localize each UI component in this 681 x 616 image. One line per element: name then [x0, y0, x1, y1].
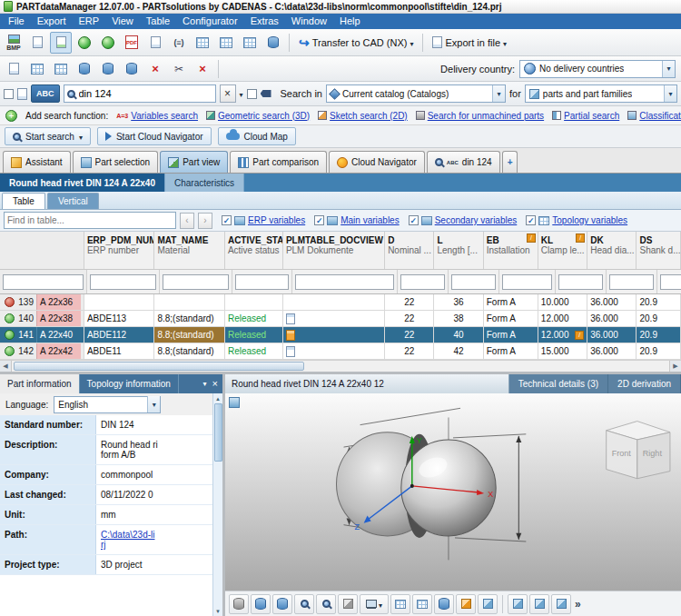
- variables-search-link[interactable]: A=3 Variables search: [116, 111, 198, 121]
- table-row-139[interactable]: 139 A 22x36 22 36 Form A 10.000 36.000 2…: [0, 294, 681, 311]
- row-name-cell[interactable]: A 22x36: [36, 294, 81, 310]
- dropdown-arrow-icon[interactable]: [492, 85, 505, 102]
- cell-ds[interactable]: 20.9: [637, 327, 681, 343]
- search-input[interactable]: [79, 88, 212, 99]
- zoom-window-button[interactable]: [316, 594, 336, 614]
- table-view-button[interactable]: [192, 32, 213, 54]
- tab-part-name[interactable]: Round head rivet DIN 124 A 22x40: [0, 174, 165, 192]
- fulltext-search-toggle-button[interactable]: ABC: [31, 84, 60, 103]
- table-link-button[interactable]: [239, 32, 261, 54]
- find-in-table-input[interactable]: [7, 215, 173, 225]
- partial-search-link[interactable]: Partial search: [552, 111, 619, 121]
- dropdown-arrow-icon[interactable]: [147, 396, 160, 412]
- batch-button[interactable]: [3, 58, 25, 80]
- tab-part-selection[interactable]: Part selection: [73, 151, 159, 173]
- export-in-file-button[interactable]: Export in file: [428, 32, 511, 54]
- cell-status[interactable]: [225, 294, 283, 310]
- column-filter-input[interactable]: [295, 274, 394, 290]
- row-name-cell[interactable]: A 22x38: [36, 311, 81, 326]
- clear-search-button[interactable]: [220, 84, 236, 103]
- viewer-title-tab[interactable]: Round head rivet DIN 124 A 22x40 12: [225, 374, 509, 393]
- erp-variables-checkbox[interactable]: ERP variables: [222, 215, 305, 225]
- cell-plm[interactable]: [283, 311, 385, 326]
- cell-eb[interactable]: Form A: [484, 311, 538, 326]
- column-header-active-state[interactable]: ACTIVE_STATEActive status: [225, 232, 283, 269]
- cell-status[interactable]: Released: [225, 327, 283, 343]
- tab-part-information[interactable]: Part information: [0, 374, 80, 393]
- scrollbar-thumb[interactable]: [14, 362, 304, 371]
- cell-status[interactable]: Released: [225, 311, 283, 326]
- cell-plm[interactable]: [283, 294, 385, 310]
- cell-l[interactable]: 36: [434, 294, 483, 310]
- cell-erp[interactable]: [84, 294, 154, 310]
- cell-kl[interactable]: 15.000: [538, 343, 587, 359]
- grid-dark-button[interactable]: [390, 594, 410, 614]
- tab-search-din124[interactable]: ABC din 124: [427, 151, 500, 173]
- cell-l[interactable]: 42: [434, 343, 483, 359]
- menu-file[interactable]: File: [2, 15, 31, 28]
- cut-button[interactable]: [168, 58, 190, 80]
- topology-variables-checkbox[interactable]: Topology variables: [526, 215, 627, 225]
- table-row-140[interactable]: 140 A 22x38 ABDE113 8.8;(standard) Relea…: [0, 311, 681, 327]
- export-bmp-button[interactable]: BMP: [3, 32, 25, 54]
- view-transparent-button[interactable]: [272, 594, 292, 614]
- grid-light-button[interactable]: [412, 594, 432, 614]
- language-select[interactable]: English: [54, 396, 161, 413]
- window-titlebar[interactable]: PARTdataManager 12.07.00 - PARTsolutions…: [0, 0, 681, 14]
- cell-plm[interactable]: [283, 343, 385, 359]
- delivery-country-select[interactable]: No delivery countries: [519, 60, 676, 78]
- menu-export[interactable]: Export: [31, 15, 73, 28]
- view-front-button[interactable]: [508, 594, 528, 614]
- toolbar-overflow-button[interactable]: »: [575, 598, 581, 611]
- panel-menu-icon[interactable]: [203, 380, 207, 388]
- classification-search-link[interactable]: Classification 2.0 sea: [627, 111, 681, 121]
- column-header-d[interactable]: DNominal ...: [385, 232, 434, 269]
- new-search-tab-button[interactable]: [502, 151, 518, 173]
- cell-d[interactable]: 22: [385, 294, 434, 310]
- cell-l[interactable]: 40: [434, 327, 483, 343]
- cell-dk[interactable]: 36.000: [587, 327, 637, 343]
- cell-dk[interactable]: 36.000: [587, 311, 637, 326]
- export-pdf-button[interactable]: PDF: [121, 32, 143, 54]
- column-filter-input[interactable]: [609, 274, 654, 290]
- table-row-141-selected[interactable]: 141 A 22x40 ABDE112 8.8;(standard) Relea…: [0, 327, 681, 343]
- find-next-button[interactable]: [198, 213, 212, 229]
- panel-close-icon[interactable]: [212, 379, 218, 389]
- cell-eb[interactable]: Form A: [484, 294, 538, 310]
- main-variables-checkbox[interactable]: Main variables: [314, 215, 399, 225]
- tab-table[interactable]: Table: [2, 193, 45, 209]
- tab-part-view[interactable]: Part view: [160, 151, 228, 173]
- tab-cloud-navigator[interactable]: Cloud Navigator: [329, 151, 425, 173]
- datasheet-button[interactable]: [144, 32, 166, 54]
- menu-erp[interactable]: ERP: [73, 15, 106, 28]
- cell-erp[interactable]: ABDE113: [84, 311, 154, 326]
- cell-material[interactable]: 8.8;(standard): [154, 311, 224, 326]
- row-header[interactable]: 142 A 22x42: [0, 343, 84, 359]
- find-previous-button[interactable]: [180, 213, 194, 229]
- view-side-button[interactable]: [529, 594, 549, 614]
- update-3d-button[interactable]: [74, 32, 95, 54]
- view-iso-button[interactable]: [551, 594, 571, 614]
- exact-search-checkbox[interactable]: [247, 89, 257, 99]
- info-panel-scrollbar[interactable]: [212, 393, 222, 616]
- menu-help[interactable]: Help: [333, 15, 367, 28]
- export-emf-button[interactable]: [26, 32, 48, 54]
- row-header[interactable]: 141 A 22x40: [0, 327, 84, 343]
- erp-db-config-button[interactable]: [121, 58, 143, 80]
- cell-eb[interactable]: Form A: [484, 343, 538, 359]
- unmachined-search-link[interactable]: Search for unmachined parts: [416, 111, 544, 121]
- cell-d[interactable]: 22: [385, 343, 434, 359]
- tab-characteristics[interactable]: Characteristics: [165, 174, 244, 192]
- update-2d-button[interactable]: [97, 32, 119, 54]
- cell-kl[interactable]: 12.000: [538, 327, 587, 343]
- cell-dk[interactable]: 36.000: [587, 343, 637, 359]
- part-orange-button[interactable]: [456, 594, 476, 614]
- cell-material[interactable]: 8.8;(standard): [154, 327, 224, 343]
- cell-kl[interactable]: 12.000: [538, 311, 587, 326]
- column-header-plm[interactable]: PLMTABLE_DOCVIEWPLM Dokumente: [283, 232, 385, 269]
- row-name-cell[interactable]: A 22x42: [36, 343, 81, 359]
- scroll-up-arrow[interactable]: [213, 393, 223, 403]
- transfer-to-cad-button[interactable]: Transfer to CAD (NX): [294, 32, 418, 54]
- cell-kl[interactable]: 10.000: [538, 294, 587, 310]
- column-filter-input[interactable]: [400, 274, 445, 290]
